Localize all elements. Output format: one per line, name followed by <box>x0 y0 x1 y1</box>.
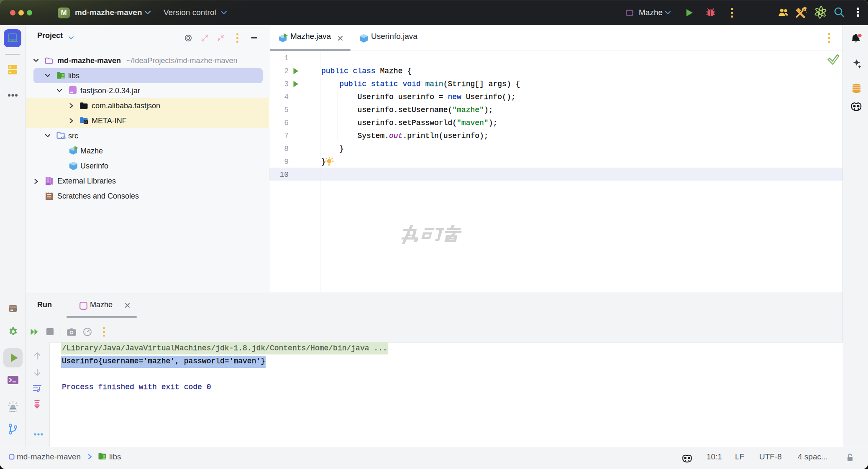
svg-text:</>: </> <box>61 135 66 140</box>
